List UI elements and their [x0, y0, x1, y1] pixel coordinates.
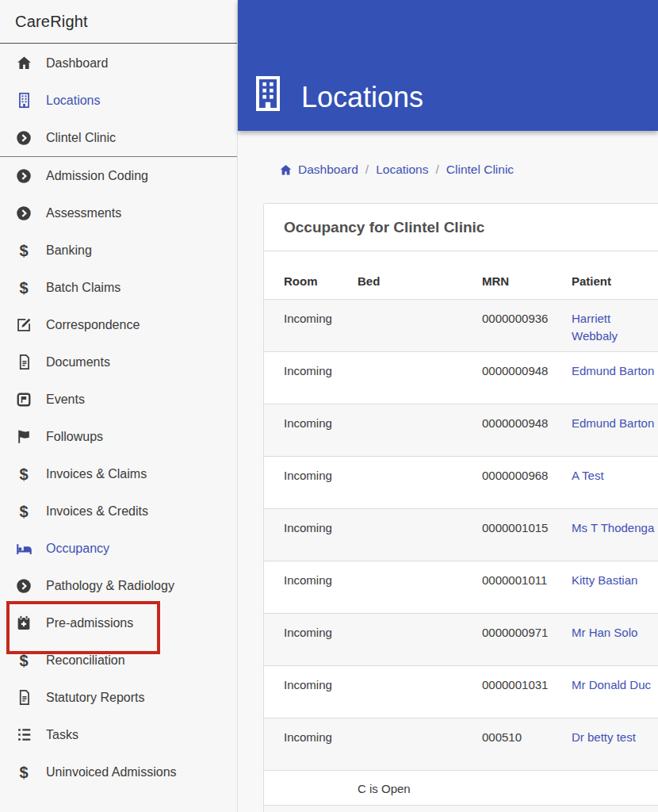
breadcrumb-link-dashboard[interactable]: Dashboard [298, 163, 358, 177]
bed-cell [358, 508, 482, 561]
patient-link[interactable]: Kitty Bastian [572, 573, 637, 587]
sidebar-item-invoices-claims[interactable]: $Invoices & Claims [0, 455, 237, 492]
page-header: Locations [238, 0, 658, 131]
dollar-icon: $ [14, 243, 33, 259]
bed-cell [358, 404, 482, 456]
patient-link[interactable]: Mr Donald Duc [572, 678, 651, 691]
sidebar-item-occupancy[interactable]: Occupancy [0, 530, 237, 567]
table-row: Incoming000510Dr betty test [264, 718, 658, 770]
edit-icon [14, 316, 33, 333]
building-icon [14, 92, 33, 109]
breadcrumb-separator: / [429, 163, 446, 177]
patient-link[interactable]: Edmund Barton [572, 416, 654, 430]
calendar-plus-icon [14, 615, 33, 631]
home-icon [279, 163, 293, 177]
home-icon [14, 55, 33, 71]
sidebar-item-label: Statutory Reports [46, 691, 145, 705]
sidebar-item-label: Invoices & Credits [46, 504, 148, 519]
bed-cell [358, 456, 482, 508]
table-row: Incoming0000000971Mr Han Solo [264, 613, 658, 665]
sidebar-item-dashboard[interactable]: Dashboard [0, 44, 237, 82]
table-header-row: RoomBedMRNPatient [264, 251, 658, 299]
breadcrumb-link-clintel-clinic[interactable]: Clintel Clinic [446, 163, 514, 177]
breadcrumb-separator: / [358, 163, 376, 177]
occupancy-table: RoomBedMRNPatient Incoming0000000936Harr… [264, 251, 658, 812]
building-icon [252, 75, 284, 112]
table-row [264, 805, 658, 812]
patient-link[interactable]: Edmund Barton [572, 364, 654, 377]
room-cell: Incoming [264, 508, 358, 561]
sidebar-item-label: Dashboard [46, 56, 108, 71]
sidebar-item-invoices-credits[interactable]: $Invoices & Credits [0, 492, 237, 530]
table-row: Incoming0000001015Ms T Thodenga [264, 508, 658, 561]
bed-cell [358, 718, 482, 770]
patient-cell: Edmund Barton [572, 404, 658, 456]
sidebar-item-tasks[interactable]: Tasks [0, 716, 237, 753]
sidebar-item-batch-claims[interactable]: $Batch Claims [0, 269, 237, 306]
sidebar-item-banking[interactable]: $Banking [0, 232, 237, 269]
file-icon [14, 354, 33, 370]
patient-link[interactable]: Harriett Webbaly [572, 312, 618, 343]
bed-cell [358, 613, 482, 665]
sidebar-item-label: Pathology & Radiology [46, 579, 174, 593]
mrn-cell: 0000001031 [482, 665, 572, 718]
app-root: CareRight DashboardLocationsClintel Clin… [0, 0, 658, 812]
patient-link[interactable]: Dr betty test [572, 730, 636, 744]
sidebar-item-correspondence[interactable]: Correspondence [0, 306, 237, 343]
patient-link[interactable]: Ms T Thodenga [572, 521, 654, 534]
flag-icon [14, 428, 33, 445]
bed-icon [14, 541, 33, 557]
table-row: Incoming0000000936Harriett Webbaly [264, 299, 658, 351]
occupancy-card: Occupancy for Clintel Clinic RoomBedMRNP… [263, 203, 658, 812]
sidebar-item-label: Locations [46, 94, 101, 108]
sidebar-item-followups[interactable]: Followups [0, 418, 237, 455]
chevron-circle-icon [14, 130, 33, 146]
card-title: Occupancy for Clintel Clinic [264, 204, 658, 251]
sidebar-item-statutory-reports[interactable]: Statutory Reports [0, 679, 237, 716]
patient-cell: A Test [572, 456, 658, 508]
room-cell: Incoming [264, 456, 358, 508]
mrn-cell: 0000000971 [482, 613, 572, 665]
sidebar-item-label: Occupancy [46, 542, 109, 556]
patient-cell: Dr betty test [572, 718, 658, 770]
table-row: Incoming0000001031Mr Donald Duc [264, 665, 658, 718]
sidebar-item-assessments[interactable]: Assessments [0, 194, 237, 232]
sidebar-item-events[interactable]: Events [0, 381, 237, 418]
sidebar-item-label: Events [46, 393, 85, 407]
room-cell: Incoming [264, 351, 358, 404]
sidebar-item-uninvoiced-admissions[interactable]: $Uninvoiced Admissions [0, 753, 237, 791]
sidebar-item-pre-admissions[interactable]: Pre-admissions [0, 604, 237, 642]
brand-title: CareRight [0, 0, 237, 44]
sidebar-item-label: Reconciliation [46, 653, 125, 668]
patient-link[interactable]: Mr Han Solo [572, 626, 637, 639]
room-cell: Incoming [264, 561, 358, 613]
chevron-circle-icon [14, 205, 33, 221]
patient-cell: Kitty Bastian [572, 561, 658, 613]
breadcrumb-link-locations[interactable]: Locations [376, 163, 428, 177]
bed-cell: C is Open [358, 770, 482, 805]
flag-square-icon [14, 392, 33, 408]
sidebar-item-label: Pre-admissions [46, 616, 133, 630]
sidebar-item-label: Followups [46, 430, 103, 444]
patient-link[interactable]: A Test [572, 469, 604, 482]
dollar-icon: $ [14, 764, 33, 780]
room-cell: Incoming [264, 404, 358, 456]
table-row-note: C is Open [264, 770, 658, 805]
patient-cell: Harriett Webbaly [572, 299, 658, 351]
bed-cell [358, 351, 482, 404]
sidebar-item-locations[interactable]: Locations [0, 82, 237, 119]
sidebar-item-documents[interactable]: Documents [0, 343, 237, 381]
column-header-bed: Bed [358, 251, 482, 299]
mrn-cell: 000510 [482, 718, 572, 770]
sidebar-item-reconciliation[interactable]: $Reconciliation [0, 642, 237, 679]
sidebar-item-admission-coding[interactable]: Admission Coding [0, 157, 237, 194]
column-header-room: Room [264, 251, 358, 299]
table-row: Incoming0000000968A Test [264, 456, 658, 508]
sidebar-item-label: Uninvoiced Admissions [46, 765, 177, 779]
room-cell: Incoming [264, 718, 358, 770]
page-title: Locations [301, 83, 423, 112]
sidebar-item-clintel-clinic[interactable]: Clintel Clinic [0, 119, 237, 156]
sidebar-item-pathology-radiology[interactable]: Pathology & Radiology [0, 567, 237, 604]
patient-cell: Edmund Barton [572, 351, 658, 404]
patient-cell: Mr Han Solo [572, 613, 658, 665]
